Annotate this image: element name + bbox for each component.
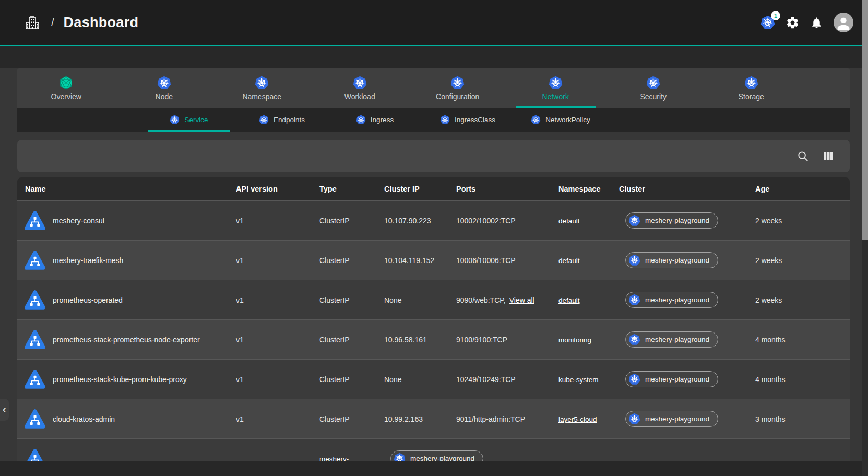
view-columns-icon[interactable] <box>823 150 834 162</box>
subtab-ingress[interactable]: Ingress <box>328 108 421 132</box>
services-table: NameAPI versionTypeCluster IPPortsNamesp… <box>17 177 850 476</box>
table-row[interactable]: cloud-kratos-admin v1 ClusterIP 10.99.2.… <box>17 399 850 438</box>
cluster-chip-label: meshery-playground <box>645 256 709 264</box>
table-row[interactable]: prometheus-operated v1 ClusterIP None 90… <box>17 280 850 319</box>
column-header-age[interactable]: Age <box>741 185 850 193</box>
cluster-chip[interactable]: meshery-playground <box>625 371 718 387</box>
tab-storage[interactable]: Storage <box>703 68 801 108</box>
ports-cell: 9100/9100:TCP <box>448 336 551 344</box>
subtab-service[interactable]: Service <box>142 108 235 132</box>
network-subtabs: Service Endpoints Ingress IngressClass N… <box>17 108 850 132</box>
tab-security[interactable]: Security <box>604 68 703 108</box>
kubernetes-icon <box>628 254 640 266</box>
subtab-ingressclass[interactable]: IngressClass <box>421 108 514 132</box>
table-row[interactable]: meshery-consul v1 ClusterIP 10.107.90.22… <box>17 200 850 240</box>
tab-node[interactable]: Node <box>115 68 213 108</box>
cluster-cell: meshery-playground <box>611 371 741 387</box>
ports-text: 9090/web:TCP, <box>456 296 506 304</box>
kubernetes-icon <box>628 413 640 425</box>
cluster-ip-cell: None <box>376 375 448 384</box>
tab-network[interactable]: Network <box>507 68 605 108</box>
namespace-link[interactable]: default <box>558 217 580 225</box>
notifications-bell-icon[interactable] <box>810 16 823 29</box>
cluster-chip[interactable]: meshery-playground <box>625 292 718 308</box>
namespace-cell: monitoring <box>551 336 611 344</box>
ports-cell: 10006/10006:TCP <box>448 256 551 265</box>
ports-text: 10249/10249:TCP <box>456 375 516 384</box>
scrollbar-thumb[interactable] <box>862 0 868 240</box>
cluster-chip-label: meshery-playground <box>645 336 709 343</box>
age-cell: 2 weeks <box>741 217 850 225</box>
table-row[interactable]: prometheus-stack-prometheus-node-exporte… <box>17 319 850 359</box>
namespace-link[interactable]: kube-system <box>558 376 599 384</box>
cluster-chip[interactable]: meshery-playground <box>625 331 718 348</box>
column-header-namespace[interactable]: Namespace <box>551 185 611 193</box>
kubernetes-icon <box>549 76 563 90</box>
service-name-cell: meshery-consul <box>17 210 228 231</box>
cluster-chip-label: meshery-playground <box>645 296 709 304</box>
cluster-chip[interactable]: meshery-playground <box>625 411 718 427</box>
kubernetes-icon <box>628 334 640 346</box>
column-header-cluster-ip[interactable]: Cluster IP <box>376 185 448 193</box>
column-header-cluster[interactable]: Cluster <box>611 185 741 193</box>
view-all-link[interactable]: View all <box>509 296 534 304</box>
kubernetes-icon <box>628 294 640 306</box>
tab-workload[interactable]: Workload <box>311 68 409 108</box>
service-name-cell: meshery-traefik-mesh <box>17 250 228 271</box>
cluster-chip[interactable]: meshery-playground <box>625 212 718 229</box>
service-name: prometheus-operated <box>53 296 123 304</box>
subtab-endpoints[interactable]: Endpoints <box>235 108 328 132</box>
organization-icon[interactable] <box>24 14 41 31</box>
namespace-link[interactable]: default <box>558 296 580 304</box>
tab-label: Configuration <box>436 92 479 101</box>
table-row[interactable]: prometheus-stack-kube-prom-kube-proxy v1… <box>17 359 850 399</box>
meshery-mesh-icon <box>59 76 73 90</box>
user-avatar[interactable] <box>834 13 853 32</box>
namespace-link[interactable]: default <box>558 257 580 265</box>
namespace-cell: layer5-cloud <box>551 415 611 423</box>
search-icon[interactable] <box>797 150 809 162</box>
table-row[interactable]: meshery-traefik-mesh v1 ClusterIP 10.104… <box>17 240 850 280</box>
subtab-networkpolicy[interactable]: NetworkPolicy <box>514 108 607 132</box>
type-cell: ClusterIP <box>312 256 376 265</box>
column-header-type[interactable]: Type <box>312 185 376 193</box>
namespace-link[interactable]: layer5-cloud <box>558 415 597 423</box>
settings-gear-icon[interactable] <box>786 16 800 30</box>
table-toolbar <box>17 140 850 172</box>
tab-label: Network <box>542 92 569 101</box>
tab-overview[interactable]: Overview <box>17 68 115 108</box>
column-header-api-version[interactable]: API version <box>228 185 312 193</box>
table-body: meshery-consul v1 ClusterIP 10.107.90.22… <box>17 200 850 476</box>
kubernetes-icon <box>259 115 269 125</box>
column-header-ports[interactable]: Ports <box>448 185 551 193</box>
cluster-chip[interactable]: meshery-playground <box>625 252 718 268</box>
age-cell: 4 months <box>741 336 850 344</box>
cluster-cell: meshery-playground <box>611 212 741 229</box>
ports-cell: 9011/http-admin:TCP <box>448 415 551 423</box>
context-count-badge: 1 <box>771 11 780 20</box>
resource-tabs-card: Overview Node Namespace Workload Configu… <box>17 68 850 132</box>
cluster-ip-cell: 10.107.90.223 <box>376 217 448 225</box>
column-header-name[interactable]: Name <box>17 185 228 193</box>
ports-text: 9100/9100:TCP <box>456 336 507 344</box>
header-actions: 1 <box>760 13 868 32</box>
service-icon <box>25 290 45 311</box>
kubernetes-icon <box>744 76 758 90</box>
collapse-drawer-handle[interactable]: ‹ <box>0 399 9 421</box>
namespace-link[interactable]: monitoring <box>558 336 591 344</box>
cluster-chip-label: meshery-playground <box>645 375 709 383</box>
service-name-cell: prometheus-stack-prometheus-node-exporte… <box>17 329 228 350</box>
ports-cell: 10249/10249:TCP <box>448 375 551 384</box>
age-cell: 3 months <box>741 415 850 423</box>
tab-namespace[interactable]: Namespace <box>213 68 311 108</box>
kubernetes-context-icon[interactable]: 1 <box>760 15 775 30</box>
header-shadow-strip <box>0 46 868 68</box>
subtab-label: NetworkPolicy <box>545 116 590 124</box>
namespace-cell: default <box>551 296 611 304</box>
cluster-cell: meshery-playground <box>611 252 741 268</box>
app-header: / Dashboard 1 <box>0 0 868 45</box>
api-version-cell: v1 <box>228 217 312 225</box>
tab-configuration[interactable]: Configuration <box>409 68 507 108</box>
service-icon <box>25 210 45 231</box>
subtab-label: Endpoints <box>274 116 305 124</box>
